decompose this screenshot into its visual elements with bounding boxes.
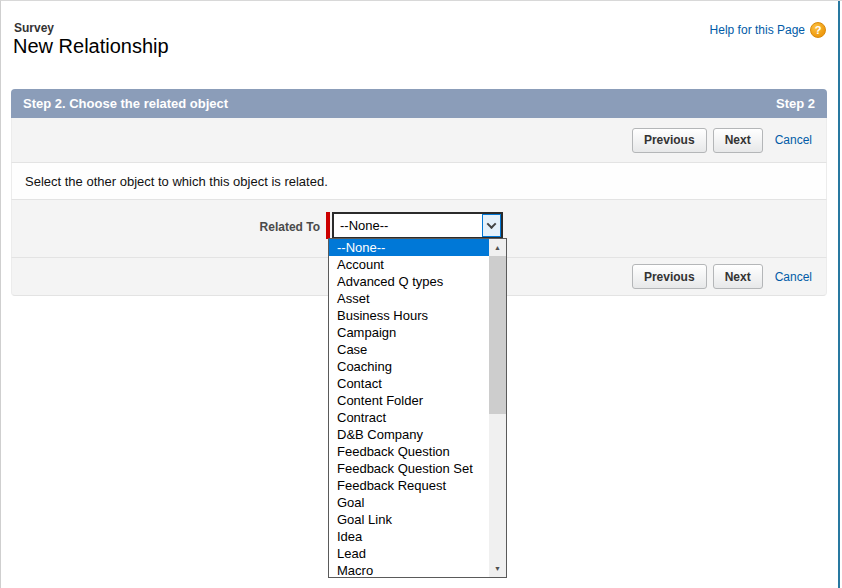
- dropdown-option[interactable]: Case: [329, 341, 489, 358]
- cancel-link[interactable]: Cancel: [775, 133, 812, 147]
- dropdown-option[interactable]: Business Hours: [329, 307, 489, 324]
- dropdown-option[interactable]: Contract: [329, 409, 489, 426]
- dropdown-option[interactable]: Campaign: [329, 324, 489, 341]
- dropdown-option[interactable]: Content Folder: [329, 392, 489, 409]
- breadcrumb-object-type: Survey: [14, 21, 54, 35]
- dropdown-option[interactable]: D&B Company: [329, 426, 489, 443]
- dropdown-option[interactable]: --None--: [329, 239, 489, 256]
- help-area[interactable]: Help for this Page ?: [710, 22, 826, 38]
- dropdown-option[interactable]: Feedback Question Set: [329, 460, 489, 477]
- scrollbar-thumb[interactable]: [489, 256, 506, 414]
- next-button[interactable]: Next: [713, 264, 763, 289]
- next-button[interactable]: Next: [713, 128, 763, 153]
- related-to-label: Related To: [12, 220, 320, 234]
- dropdown-list: --None--AccountAdvanced Q typesAssetBusi…: [328, 238, 507, 578]
- page: { "header": { "object_type": "Survey", "…: [0, 0, 842, 588]
- dropdown-option[interactable]: Feedback Request: [329, 477, 489, 494]
- dropdown-option[interactable]: Goal: [329, 494, 489, 511]
- dropdown-option[interactable]: Account: [329, 256, 489, 273]
- dropdown-option[interactable]: Contact: [329, 375, 489, 392]
- scroll-down-icon[interactable]: ▼: [489, 560, 506, 577]
- section-header-title: Step 2. Choose the related object: [23, 96, 228, 111]
- help-link[interactable]: Help for this Page: [710, 23, 805, 37]
- dropdown-option[interactable]: Asset: [329, 290, 489, 307]
- dropdown-options: --None--AccountAdvanced Q typesAssetBusi…: [329, 239, 489, 577]
- dropdown-option[interactable]: Advanced Q types: [329, 273, 489, 290]
- related-to-select[interactable]: --None--: [332, 212, 503, 239]
- dropdown-option[interactable]: Goal Link: [329, 511, 489, 528]
- scroll-up-icon[interactable]: ▲: [489, 239, 506, 256]
- section-header: Step 2. Choose the related object Step 2: [11, 89, 827, 118]
- instruction-row: Select the other object to which this ob…: [11, 163, 827, 200]
- dropdown-option[interactable]: Idea: [329, 528, 489, 545]
- select-arrow-button[interactable]: [482, 214, 501, 237]
- select-value: --None--: [334, 218, 482, 233]
- section-header-step: Step 2: [776, 96, 815, 111]
- previous-button[interactable]: Previous: [632, 264, 707, 289]
- required-marker: [326, 212, 330, 239]
- chevron-down-icon: [487, 219, 497, 229]
- dropdown-option[interactable]: Feedback Question: [329, 443, 489, 460]
- dropdown-option[interactable]: Coaching: [329, 358, 489, 375]
- previous-button[interactable]: Previous: [632, 128, 707, 153]
- window-edge: [838, 1, 840, 588]
- dropdown-scrollbar[interactable]: ▲ ▼: [489, 239, 506, 577]
- dropdown-option[interactable]: Lead: [329, 545, 489, 562]
- toolbar-top: Previous Next Cancel: [11, 118, 827, 163]
- cancel-link[interactable]: Cancel: [775, 270, 812, 284]
- help-question-icon[interactable]: ?: [810, 22, 826, 38]
- page-title: New Relationship: [13, 35, 169, 58]
- dropdown-option[interactable]: Macro: [329, 562, 489, 577]
- instruction-text: Select the other object to which this ob…: [25, 174, 328, 189]
